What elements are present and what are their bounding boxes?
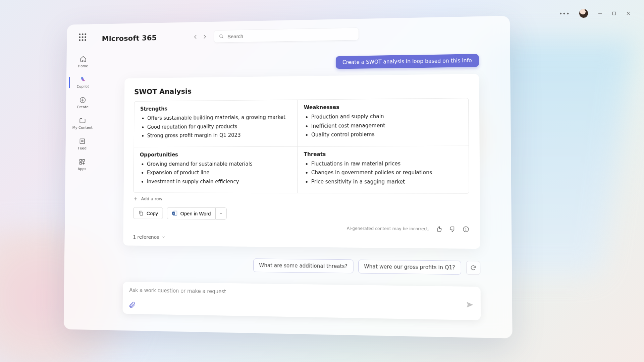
chevron-down-icon xyxy=(219,212,223,216)
svg-rect-11 xyxy=(83,160,84,161)
user-message: Create a SWOT analysis in loop based on … xyxy=(336,54,479,69)
response-title: SWOT Analysis xyxy=(134,84,469,96)
plus-circle-icon xyxy=(79,97,86,104)
svg-point-25 xyxy=(466,230,466,231)
thumbs-down-icon[interactable] xyxy=(449,226,456,233)
chat-input[interactable] xyxy=(129,287,459,305)
nav-item-label: Create xyxy=(77,105,89,109)
list-item: Quality control problems xyxy=(311,130,462,138)
quadrant-heading: Strengths xyxy=(140,105,291,112)
swot-weaknesses-cell: Weaknesses Production and supply chain I… xyxy=(298,98,469,146)
more-button[interactable]: ••• xyxy=(559,10,570,17)
send-button[interactable] xyxy=(466,300,474,310)
feed-icon xyxy=(79,138,86,145)
quadrant-heading: Opportunities xyxy=(140,151,291,158)
references-label: 1 reference xyxy=(133,234,159,240)
attach-button[interactable] xyxy=(128,301,136,310)
open-in-word-label: Open in Word xyxy=(180,210,211,216)
list-item: Investment in supply chain efficiency xyxy=(147,178,291,185)
svg-rect-1 xyxy=(613,12,616,15)
swot-table: Strengths Offers sustainable building ma… xyxy=(133,98,469,193)
quadrant-heading: Threats xyxy=(304,150,463,157)
list-item: Strong gross profit margin in Q1 2023 xyxy=(147,131,291,139)
nav-item-label: My Content xyxy=(72,125,93,130)
svg-point-15 xyxy=(220,35,222,37)
add-row-button[interactable]: Add a row xyxy=(133,196,469,202)
avatar[interactable] xyxy=(579,9,588,18)
svg-rect-12 xyxy=(80,163,82,164)
nav-item-label: Apps xyxy=(77,167,86,171)
chat-input-box[interactable] xyxy=(122,282,481,320)
nav-item-feed[interactable]: Feed xyxy=(65,134,99,154)
window-close-button[interactable] xyxy=(626,11,631,16)
assistant-response-card: SWOT Analysis Strengths Offers sustainab… xyxy=(123,74,480,249)
search-input[interactable] xyxy=(227,32,291,39)
copy-button[interactable]: Copy xyxy=(133,207,163,219)
window-maximize-button[interactable] xyxy=(612,11,616,16)
thumbs-up-icon[interactable] xyxy=(435,226,442,233)
copy-icon xyxy=(138,210,144,216)
references-toggle[interactable]: 1 reference xyxy=(133,234,469,242)
app-launcher-icon[interactable] xyxy=(79,34,88,43)
swot-threats-cell: Threats Fluctuations in raw material pri… xyxy=(298,146,469,193)
svg-line-16 xyxy=(222,37,223,38)
back-button[interactable] xyxy=(193,34,199,40)
apps-icon xyxy=(78,158,86,166)
svg-text:W: W xyxy=(173,212,175,214)
nav-item-home[interactable]: Home xyxy=(66,52,100,72)
list-item: Changes in government policies or regula… xyxy=(311,169,463,176)
open-in-word-dropdown[interactable] xyxy=(216,207,227,220)
send-icon xyxy=(466,300,474,309)
nav-item-label: Feed xyxy=(78,146,87,150)
search-box[interactable] xyxy=(214,28,359,43)
open-in-word-button[interactable]: W Open in Word xyxy=(167,207,216,220)
copilot-icon xyxy=(79,76,87,83)
list-item: Expansion of product line xyxy=(147,169,291,177)
refresh-suggestions-button[interactable] xyxy=(466,261,481,275)
svg-rect-10 xyxy=(80,160,82,161)
search-icon xyxy=(219,34,224,39)
report-icon[interactable] xyxy=(462,226,469,233)
nav-item-my-content[interactable]: My Content xyxy=(66,114,99,133)
list-item: Good reputation for quality products xyxy=(147,122,291,131)
quadrant-heading: Weaknesses xyxy=(304,103,462,111)
nav-item-copilot[interactable]: Copilot xyxy=(66,72,99,92)
nav-item-label: Copilot xyxy=(77,84,89,89)
paperclip-icon xyxy=(128,301,136,308)
copy-label: Copy xyxy=(147,210,158,216)
nav-item-create[interactable]: Create xyxy=(66,93,100,113)
refresh-icon xyxy=(470,265,476,271)
svg-rect-19 xyxy=(140,212,143,216)
list-item: Offers sustainable building materials, a… xyxy=(147,113,291,122)
suggestion-pill[interactable]: What were our gross profits in Q1? xyxy=(358,260,461,275)
app-title: Microsoft 365 xyxy=(102,34,157,43)
window-minimize-button[interactable] xyxy=(598,11,602,16)
plus-icon xyxy=(133,196,138,201)
list-item: Price sensitivity in a sagging market xyxy=(311,178,463,186)
svg-rect-7 xyxy=(80,139,85,143)
ai-disclaimer: AI-generated content may be incorrect. xyxy=(347,226,429,231)
forward-button[interactable] xyxy=(202,34,208,40)
swot-strengths-cell: Strengths Offers sustainable building ma… xyxy=(134,100,298,147)
chevron-down-icon xyxy=(161,235,166,240)
swot-opportunities-cell: Opportunities Growing demand for sustain… xyxy=(134,146,298,193)
list-item: Fluctuations in raw material prices xyxy=(311,160,462,168)
home-icon xyxy=(79,55,87,63)
nav-item-apps[interactable]: Apps xyxy=(65,155,99,174)
list-item: Growing demand for sustainable materials xyxy=(147,160,291,168)
suggestion-pill[interactable]: What are some additional threats? xyxy=(253,258,353,273)
list-item: Production and supply chain xyxy=(311,112,462,121)
folder-icon xyxy=(79,117,86,124)
word-icon: W xyxy=(172,210,178,216)
add-row-label: Add a row xyxy=(141,196,162,201)
nav-item-label: Home xyxy=(78,64,88,68)
list-item: Inefficient cost management xyxy=(311,121,462,130)
